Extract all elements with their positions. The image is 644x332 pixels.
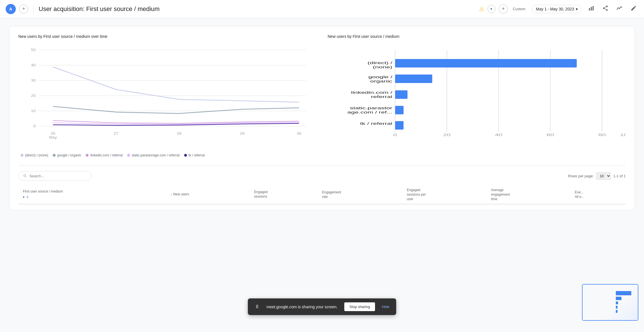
col-events: Eve... All e... (570, 185, 626, 204)
main-content: New users by First user source / medium … (0, 18, 644, 332)
svg-text:20: 20 (31, 94, 36, 97)
date-label: Custom (511, 5, 527, 13)
line-chart-area: 50 40 30 20 10 0 26 May 27 28 29 30 (18, 44, 316, 149)
svg-text:0: 0 (33, 124, 36, 128)
svg-text:tk / referral: tk / referral (360, 122, 392, 125)
legend-label-direct: (direct) / (none) (25, 153, 48, 157)
sparkline-icon (616, 5, 623, 11)
svg-rect-48 (616, 302, 618, 304)
svg-rect-0 (589, 8, 590, 10)
svg-text:26: 26 (51, 132, 55, 135)
svg-text:50: 50 (31, 48, 36, 52)
thumbnail-inner (583, 285, 638, 320)
edit-button[interactable] (629, 3, 638, 14)
svg-text:organic: organic (370, 79, 392, 83)
thumbnail-preview (582, 284, 638, 321)
bar-chart-section: New users by First user source / medium … (328, 34, 626, 157)
svg-text:linkedin.com /: linkedin.com / (351, 91, 392, 94)
add-column-button[interactable]: + (26, 195, 29, 200)
svg-text:20: 20 (443, 133, 451, 137)
divider (33, 5, 34, 14)
col-new-users: ↓ New users (166, 185, 250, 204)
hide-button[interactable]: Hide (382, 305, 389, 309)
legend-dot-static (127, 154, 130, 157)
add-report-button[interactable]: + (499, 5, 508, 14)
legend-label-linkedin: linkedin.com / referral (90, 153, 123, 157)
col-avg-engagement-time: Average engagement time (487, 185, 570, 204)
date-dropdown-icon: ▾ (576, 7, 578, 11)
top-bar: A + User acquisition: First user source … (0, 0, 644, 18)
search-input[interactable] (29, 174, 87, 178)
sort-dropdown-icon[interactable]: ▾ (23, 195, 25, 199)
line-chart-section: New users by First user source / medium … (18, 34, 316, 157)
stop-sharing-button[interactable]: Stop sharing (344, 302, 375, 311)
svg-rect-34 (395, 59, 577, 67)
svg-text:27: 27 (114, 132, 118, 135)
title-dropdown-button[interactable]: ▾ (488, 5, 495, 13)
svg-text:40: 40 (495, 133, 502, 137)
bar-chart-area: 0 20 40 60 80 100 (direct) / (none) goog… (328, 44, 626, 149)
legend-item-linkedin: linkedin.com / referral (86, 153, 123, 157)
share-icon (602, 5, 608, 11)
svg-rect-50 (616, 310, 617, 313)
svg-text:100: 100 (620, 133, 626, 137)
svg-text:static.parastor: static.parastor (350, 106, 392, 110)
date-range-picker[interactable]: May 1 - May 30, 2023 ▾ (532, 5, 582, 13)
svg-rect-2 (593, 6, 594, 11)
col-source-medium: First user source / medium ▾ + (18, 185, 166, 204)
svg-text:28: 28 (177, 132, 181, 135)
svg-rect-40 (395, 90, 407, 99)
sort-arrow-icon: ↓ (170, 192, 172, 196)
thumbnail-chart (588, 288, 633, 316)
svg-text:29: 29 (240, 132, 244, 135)
svg-text:google /: google / (368, 75, 392, 79)
legend-dot-linkedin (86, 154, 89, 157)
notification-message: meet.google.com is sharing your screen. (266, 305, 338, 309)
avatar[interactable]: A (6, 4, 16, 14)
svg-rect-43 (395, 106, 403, 114)
report-card: New users by First user source / medium … (9, 26, 635, 210)
svg-text:30: 30 (297, 132, 301, 135)
date-range-text: May 1 - May 30, 2023 (536, 7, 574, 11)
data-table: First user source / medium ▾ + (18, 185, 626, 204)
svg-rect-1 (591, 7, 592, 10)
notification-bar: ⏸ meet.google.com is sharing your screen… (248, 298, 396, 315)
svg-text:May: May (49, 136, 57, 139)
col-engaged-sessions-per-user: Engaged sessions per user (402, 185, 487, 204)
rows-per-page-select[interactable]: 10 25 50 (596, 172, 611, 180)
legend-item-tk: tk / referral (184, 153, 205, 157)
svg-text:10: 10 (31, 109, 36, 113)
svg-rect-37 (395, 75, 432, 83)
svg-rect-46 (616, 291, 631, 295)
svg-text:80: 80 (598, 133, 606, 137)
svg-text:age.com / ref...: age.com / ref... (347, 110, 392, 114)
svg-text:60: 60 (546, 133, 554, 137)
legend-item-google: google / organic (53, 153, 81, 157)
col-engaged-sessions: Engaged sessions (250, 185, 317, 204)
pause-icon: ⏸ (255, 304, 260, 310)
legend-label-static: static.parastorage.com / referral (132, 153, 179, 157)
toolbar-right: Custom May 1 - May 30, 2023 ▾ (511, 3, 638, 14)
add-tab-button[interactable]: + (19, 5, 28, 14)
svg-text:referral: referral (371, 95, 392, 99)
col-engagement-rate: Engagement rate (317, 185, 402, 204)
edit-icon (630, 5, 637, 11)
share-button[interactable] (601, 3, 610, 14)
legend: (direct) / (none) google / organic linke… (18, 153, 316, 157)
chart-icon (588, 5, 594, 11)
table-section: Rows per page: 10 25 50 1-1 of 1 (18, 165, 626, 204)
sparkline-button[interactable] (615, 3, 624, 14)
svg-rect-49 (616, 306, 617, 309)
chart-type-button[interactable] (586, 3, 596, 14)
svg-text:(direct) /: (direct) / (368, 61, 393, 65)
pagination-text: 1-1 of 1 (613, 174, 626, 178)
line-chart-svg: 50 40 30 20 10 0 26 May 27 28 29 30 (18, 44, 316, 149)
warning-icon: ⚠ (479, 6, 484, 12)
svg-text:(none): (none) (373, 65, 392, 69)
table-wrapper: First user source / medium ▾ + (18, 185, 626, 204)
line-chart-title: New users by First user source / medium … (18, 34, 316, 39)
legend-dot-direct (21, 154, 23, 157)
search-box[interactable] (18, 171, 92, 181)
bar-chart-title: New users by First user source / medium (328, 34, 626, 39)
legend-item-direct: (direct) / (none) (21, 153, 48, 157)
